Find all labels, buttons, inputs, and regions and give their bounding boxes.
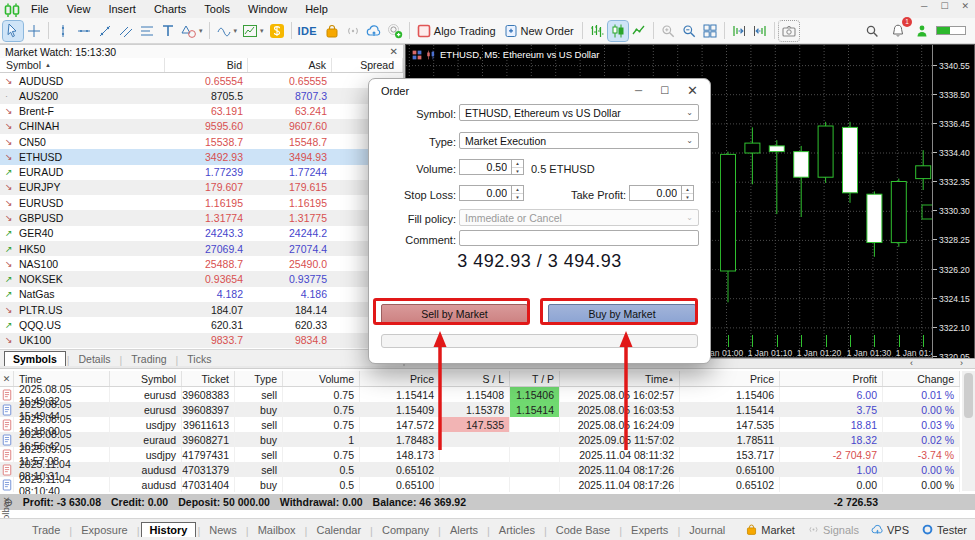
comment-input[interactable] xyxy=(459,230,699,246)
cursor-tool-button[interactable] xyxy=(3,21,23,41)
objects-list-button[interactable]: ▾ xyxy=(214,21,240,41)
market-store-button[interactable] xyxy=(322,21,342,41)
spread-column-header[interactable]: Spread xyxy=(332,58,403,72)
channel-tool-button[interactable] xyxy=(116,21,136,41)
fibonacci-tool-button[interactable] xyxy=(137,21,157,41)
market-watch-row[interactable]: ↘GBPUSD1.317741.31775 xyxy=(0,210,403,225)
market-watch-row[interactable]: ↘AUDUSD0.655540.65555 xyxy=(0,73,403,88)
market-watch-tab-trading[interactable]: Trading xyxy=(123,352,174,366)
market-watch-row[interactable]: ↘EURJPY179.607179.615 xyxy=(0,180,403,195)
community-button[interactable] xyxy=(385,21,405,41)
chart-scroll-left-button[interactable]: ‹ xyxy=(910,358,913,368)
market-watch-row[interactable]: ↘Brent-F63.19163.241 xyxy=(0,104,403,119)
shapes-tool-button[interactable]: ▾ xyxy=(179,21,205,41)
market-watch-tab-symbols[interactable]: Symbols xyxy=(4,351,66,366)
history-scrollbar[interactable] xyxy=(962,371,975,491)
crosshair-tool-button[interactable] xyxy=(24,21,44,41)
history-column-header-volume[interactable]: Volume xyxy=(283,371,360,386)
market-watch-row[interactable]: ↗NOKSEK0.936540.93775 xyxy=(0,271,403,286)
dialog-minimize-button[interactable]: ─ xyxy=(635,85,642,96)
history-column-header-sl[interactable]: S / L xyxy=(440,371,510,386)
cloud-button[interactable] xyxy=(364,21,384,41)
market-watch-row[interactable]: ↘NAS10025488.725490.0 xyxy=(0,256,403,271)
ask-column-header[interactable]: Ask xyxy=(248,58,332,72)
price-axis[interactable]: 3340.553338.503336.453334.403332.353330.… xyxy=(932,45,974,359)
bar-chart-mode-button[interactable] xyxy=(587,21,607,41)
horizontal-line-tool-button[interactable] xyxy=(74,21,94,41)
search-button[interactable] xyxy=(862,21,882,41)
candlestick-mode-button[interactable] xyxy=(608,21,628,41)
metaeditor-button[interactable]: IDE xyxy=(296,21,321,41)
zoom-in-button[interactable] xyxy=(658,21,678,41)
take-profit-input[interactable] xyxy=(629,185,681,201)
trendline-tool-button[interactable] xyxy=(95,21,115,41)
window-maximize-button[interactable]: ☐ xyxy=(940,1,948,11)
history-column-header-type[interactable]: Type xyxy=(235,371,283,386)
menu-view[interactable]: View xyxy=(58,2,100,16)
market-watch-row[interactable]: ↘ETHUSD3492.933494.93 xyxy=(0,149,403,164)
market-watch-row[interactable]: ↘PLTR.US184.07184.14 xyxy=(0,302,403,317)
market-watch-tab-details[interactable]: Details xyxy=(71,352,119,366)
shift-end-button[interactable] xyxy=(729,21,749,41)
notifications-button[interactable]: 1 xyxy=(888,21,908,41)
toolbox-tab-code-base[interactable]: Code Base xyxy=(548,523,618,537)
history-row[interactable]: 2025.08.05 16:56:42euraud39608271buy11.7… xyxy=(0,432,960,447)
history-row[interactable]: 2025.11.04 08:10:31audusd47031379sell0.5… xyxy=(0,462,960,477)
indicators-button[interactable]: ▾ xyxy=(240,21,266,41)
volume-stepper[interactable]: ▲▼ xyxy=(511,159,524,175)
volume-input[interactable] xyxy=(459,159,511,175)
menu-window[interactable]: Window xyxy=(239,2,296,16)
market-watch-row[interactable]: ↗GER4024243.324244.2 xyxy=(0,226,403,241)
market-watch-row[interactable]: ↘CN5015538.715548.7 xyxy=(0,134,403,149)
zoom-out-button[interactable] xyxy=(679,21,699,41)
history-column-header-tp[interactable]: T / P xyxy=(510,371,560,386)
type-combobox[interactable]: Market Execution⌄ xyxy=(459,132,699,149)
stepper-down-icon[interactable]: ▼ xyxy=(512,194,523,201)
market-watch-row[interactable]: ↗HK5027069.427074.4 xyxy=(0,241,403,256)
menu-insert[interactable]: Insert xyxy=(99,2,145,16)
chart-scroll-right-button[interactable]: › xyxy=(960,358,963,368)
signals-button[interactable] xyxy=(343,21,363,41)
toolbox-tab-articles[interactable]: Articles xyxy=(491,523,543,537)
stepper-up-icon[interactable]: ▲ xyxy=(512,160,523,168)
status-vps[interactable]: VPS xyxy=(871,523,909,536)
dialog-maximize-button[interactable]: ☐ xyxy=(660,85,669,96)
menu-help[interactable]: Help xyxy=(296,2,337,16)
toolbox-tab-mailbox[interactable]: Mailbox xyxy=(250,523,304,537)
symbols-button[interactable] xyxy=(267,21,287,41)
stepper-down-icon[interactable]: ▼ xyxy=(682,194,693,201)
vertical-line-tool-button[interactable] xyxy=(53,21,73,41)
toolbox-tab-calendar[interactable]: Calendar xyxy=(308,523,369,537)
auto-scroll-button[interactable] xyxy=(750,21,770,41)
status-signals[interactable]: Signals xyxy=(807,523,859,536)
window-close-button[interactable]: ✕ xyxy=(961,1,969,11)
line-chart-mode-button[interactable] xyxy=(629,21,649,41)
menu-tools[interactable]: Tools xyxy=(195,2,239,16)
status-market[interactable]: Market xyxy=(745,523,795,536)
symbol-combobox[interactable]: ETHUSD, Ethereum vs US Dollar⌄ xyxy=(459,104,699,121)
market-watch-close-button[interactable]: ✕ xyxy=(390,47,398,57)
toolbox-tab-experts[interactable]: Experts xyxy=(623,523,676,537)
market-watch-row[interactable]: ↗QQQ.US620.31620.33 xyxy=(0,317,403,332)
toolbox-tab-exposure[interactable]: Exposure xyxy=(73,523,135,537)
history-column-header-ticket[interactable]: Ticket xyxy=(182,371,235,386)
stop-loss-stepper[interactable]: ▲▼ xyxy=(511,185,524,201)
history-column-header-symbol[interactable]: Symbol xyxy=(110,371,182,386)
toolbox-tab-company[interactable]: Company xyxy=(374,523,437,537)
stepper-down-icon[interactable]: ▼ xyxy=(512,168,523,175)
window-minimize-button[interactable]: ─ xyxy=(921,1,927,11)
history-column-header-price2[interactable]: Price xyxy=(680,371,780,386)
status-tester[interactable]: Tester xyxy=(921,523,967,536)
market-watch-tab-ticks[interactable]: Ticks xyxy=(179,352,219,366)
market-watch-row[interactable]: ↗NatGas4.1824.186 xyxy=(0,287,403,302)
market-watch-row[interactable]: ↘UK1009833.79834.8 xyxy=(0,333,403,348)
history-column-header-time2[interactable]: Time ▲ xyxy=(560,371,680,386)
toolbox-tab-news[interactable]: News xyxy=(201,523,245,537)
history-column-header-price[interactable]: Price xyxy=(360,371,440,386)
toolbox-tab-alerts[interactable]: Alerts xyxy=(442,523,486,537)
algo-trading-button[interactable]: Algo Trading xyxy=(414,21,500,41)
stop-loss-input[interactable] xyxy=(459,185,511,201)
text-tool-button[interactable] xyxy=(158,21,178,41)
history-row[interactable]: 2025.08.05 15:49:32eurusd39608383sell0.7… xyxy=(0,387,960,402)
take-profit-stepper[interactable]: ▲▼ xyxy=(681,185,694,201)
